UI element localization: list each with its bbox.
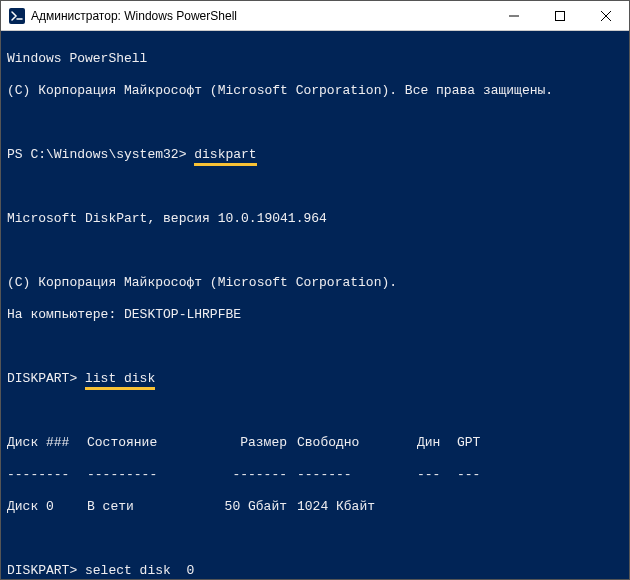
window-title: Администратор: Windows PowerShell xyxy=(31,9,237,23)
ps-header-1: Windows PowerShell xyxy=(7,51,623,67)
ps-header-2: (C) Корпорация Майкрософт (Microsoft Cor… xyxy=(7,83,623,99)
close-button[interactable] xyxy=(583,1,629,31)
diskpart-computer: На компьютере: DESKTOP-LHRPFBE xyxy=(7,307,623,323)
prompt-seldisk: DISKPART> select disk 0 xyxy=(7,563,623,579)
powershell-icon xyxy=(9,8,25,24)
disk-table-header: Диск ###СостояниеРазмерСвободноДинGPT xyxy=(7,435,623,451)
prompt-diskpart: PS C:\Windows\system32> diskpart xyxy=(7,147,623,163)
maximize-button[interactable] xyxy=(537,1,583,31)
svg-rect-2 xyxy=(556,11,565,20)
prompt-listdisk: DISKPART> list disk xyxy=(7,371,623,387)
cmd-list-disk: list disk xyxy=(85,371,155,390)
disk-table-row: Диск 0В сети50 Gбайт1024 Кбайт xyxy=(7,499,623,515)
cmd-select-disk: select disk 0 xyxy=(85,563,194,579)
window-titlebar: Администратор: Windows PowerShell xyxy=(1,1,629,31)
cmd-diskpart: diskpart xyxy=(194,147,256,166)
diskpart-copyright: (C) Корпорация Майкрософт (Microsoft Cor… xyxy=(7,275,623,291)
disk-table-sep: ------------------------------------- xyxy=(7,467,623,483)
diskpart-version: Microsoft DiskPart, версия 10.0.19041.96… xyxy=(7,211,623,227)
terminal-output[interactable]: Windows PowerShell (C) Корпорация Майкро… xyxy=(1,31,629,579)
minimize-button[interactable] xyxy=(491,1,537,31)
